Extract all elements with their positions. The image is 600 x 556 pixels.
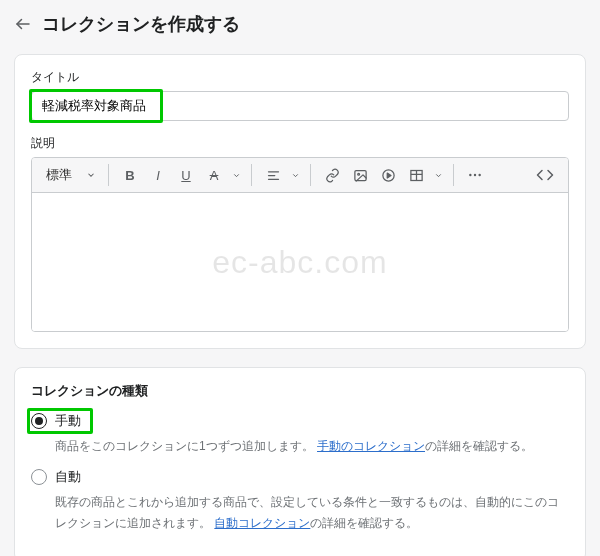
collection-form-card: タイトル 説明 標準 B I U A [14, 54, 586, 349]
text-style-more-icon[interactable] [229, 162, 243, 188]
radio-manual-label: 手動 [55, 412, 81, 430]
svg-point-12 [474, 174, 476, 176]
image-button[interactable] [347, 162, 373, 188]
svg-point-5 [357, 173, 359, 175]
toolbar-separator [310, 164, 311, 186]
editor-content[interactable]: ec-abc.com [32, 193, 568, 331]
svg-marker-7 [387, 173, 391, 178]
radio-manual[interactable]: 手動 [31, 412, 569, 430]
code-view-button[interactable] [532, 162, 558, 188]
insert-more-icon[interactable] [431, 162, 445, 188]
radio-auto[interactable]: 自動 [31, 468, 569, 486]
toolbar-separator [251, 164, 252, 186]
radio-manual-input[interactable] [31, 413, 47, 429]
manual-desc-after: の詳細を確認する。 [425, 439, 533, 453]
auto-desc-after: の詳細を確認する。 [310, 516, 418, 530]
radio-auto-description: 既存の商品とこれから追加する商品で、設定している条件と一致するものは、自動的にこ… [55, 492, 569, 533]
svg-point-13 [478, 174, 480, 176]
align-button[interactable] [260, 162, 286, 188]
collection-type-title: コレクションの種類 [31, 382, 569, 400]
bold-button[interactable]: B [117, 162, 143, 188]
link-button[interactable] [319, 162, 345, 188]
rich-text-editor: 標準 B I U A [31, 157, 569, 332]
manual-collection-link[interactable]: 手動のコレクション [317, 439, 425, 453]
title-input[interactable] [31, 91, 569, 121]
back-arrow-icon[interactable] [14, 15, 32, 33]
radio-manual-description: 商品をこのコレクションに1つずつ追加します。 手動のコレクションの詳細を確認する… [55, 436, 569, 456]
toolbar-separator [453, 164, 454, 186]
video-button[interactable] [375, 162, 401, 188]
watermark-text: ec-abc.com [32, 193, 568, 331]
radio-auto-label: 自動 [55, 468, 81, 486]
more-actions-button[interactable] [462, 162, 488, 188]
table-button[interactable] [403, 162, 429, 188]
manual-desc-before: 商品をこのコレクションに1つずつ追加します。 [55, 439, 314, 453]
paragraph-style-select[interactable]: 標準 [38, 162, 104, 188]
paragraph-style-label: 標準 [46, 166, 72, 184]
svg-point-11 [469, 174, 471, 176]
auto-collection-link[interactable]: 自動コレクション [214, 516, 310, 530]
toolbar-separator [108, 164, 109, 186]
page-title: コレクションを作成する [42, 12, 240, 36]
description-label: 説明 [31, 135, 569, 152]
align-more-icon[interactable] [288, 162, 302, 188]
underline-button[interactable]: U [173, 162, 199, 188]
collection-type-card: コレクションの種類 手動 商品をこのコレクションに1つずつ追加します。 手動のコ… [14, 367, 586, 556]
chevron-down-icon [86, 170, 96, 180]
radio-auto-input[interactable] [31, 469, 47, 485]
strikethrough-button[interactable]: A [201, 162, 227, 188]
title-label: タイトル [31, 69, 569, 86]
italic-button[interactable]: I [145, 162, 171, 188]
editor-toolbar: 標準 B I U A [32, 158, 568, 193]
